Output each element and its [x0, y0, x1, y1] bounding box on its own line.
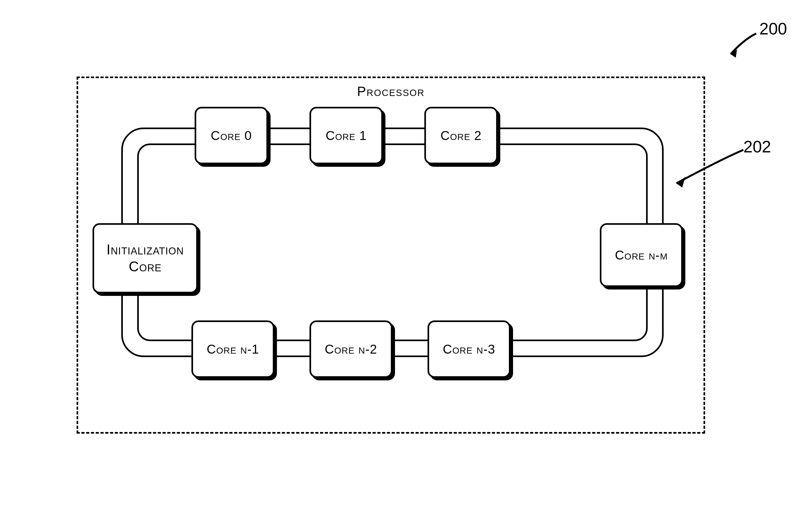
node-label: Core n-1	[207, 341, 259, 357]
ring-bus-inner	[137, 144, 648, 341]
node-label: Initialization Core	[94, 241, 196, 275]
node-core-n-m: Core n-m	[600, 223, 683, 287]
node-core-n-3: Core n-3	[428, 321, 511, 378]
node-core-n-1: Core n-1	[192, 321, 274, 378]
arrow-200-icon	[721, 30, 759, 62]
node-core-2: Core 2	[424, 107, 498, 164]
reference-label-200: 200	[759, 19, 787, 38]
node-label: Core n-m	[615, 247, 668, 263]
node-label: Core 1	[326, 128, 367, 143]
node-core-n-2: Core n-2	[309, 321, 392, 378]
node-label: Core n-2	[325, 341, 377, 357]
node-label: Core 0	[211, 128, 252, 143]
node-initialization-core: Initialization Core	[92, 223, 198, 293]
processor-label: Processor	[78, 84, 704, 99]
node-label: Core 2	[441, 128, 482, 143]
node-core-0: Core 0	[195, 107, 268, 164]
reference-label-202: 202	[743, 137, 771, 156]
node-core-1: Core 1	[309, 107, 383, 164]
node-label: Core n-3	[443, 341, 495, 357]
